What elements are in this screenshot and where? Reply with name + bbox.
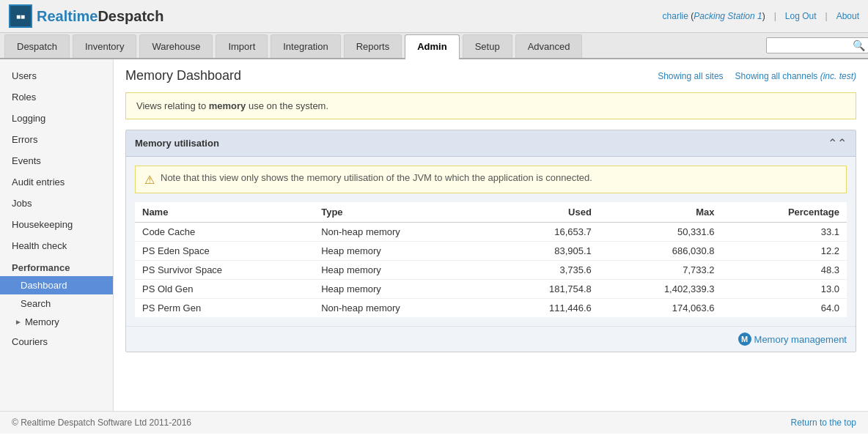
memory-utilisation-section: Memory utilisation ⌃⌃ ⚠ Note that this v… (125, 130, 856, 352)
logo-icon: ■■ (9, 4, 32, 28)
cell-name: PS Eden Space (135, 242, 314, 261)
sidebar-sub-item-search[interactable]: Search (0, 294, 113, 313)
cell-type: Non-heap memory (314, 299, 490, 318)
sidebar-memory-item[interactable]: ► Memory (0, 313, 113, 331)
footer: © Realtime Despatch Software Ltd 2011-20… (0, 411, 868, 434)
sidebar-sub-item-dashboard[interactable]: Dashboard (0, 276, 113, 294)
cell-type: Heap memory (314, 242, 490, 261)
content-header-links: Showing all sites Showing all channels (… (658, 71, 856, 81)
col-header-type: Type (314, 202, 490, 223)
nav-tab-reports[interactable]: Reports (344, 34, 402, 58)
col-header-max: Max (599, 202, 722, 223)
showing-channels-link[interactable]: Showing all channels (inc. test) (735, 71, 856, 81)
sidebar-item-users[interactable]: Users (0, 65, 113, 86)
header-right: charlie (Packing Station 1) | Log Out | … (663, 11, 859, 21)
cell-used: 181,754.8 (491, 280, 599, 299)
cell-name: PS Survivor Space (135, 261, 314, 280)
nav-tab-advanced[interactable]: Advanced (515, 34, 583, 58)
content: Memory Dashboard Showing all sites Showi… (114, 59, 868, 411)
col-header-name: Name (135, 202, 314, 223)
table-row: Code Cache Non-heap memory 16,653.7 50,3… (135, 223, 847, 242)
memory-table-body: Code Cache Non-heap memory 16,653.7 50,3… (135, 223, 847, 318)
nav-tab-warehouse[interactable]: Warehouse (139, 34, 213, 58)
section-title: Memory utilisation (135, 138, 219, 149)
sidebar-item-jobs[interactable]: Jobs (0, 193, 113, 214)
about-link[interactable]: About (836, 11, 859, 21)
logo-despatch: Despatch (98, 8, 163, 24)
col-header-percentage: Percentage (722, 202, 847, 223)
logo: ■■ RealtimeDespatch (9, 4, 163, 28)
cell-max: 50,331.6 (599, 223, 722, 242)
cell-used: 83,905.1 (491, 242, 599, 261)
table-row: PS Survivor Space Heap memory 3,735.6 7,… (135, 261, 847, 280)
cell-used: 3,735.6 (491, 261, 599, 280)
table-row: PS Perm Gen Non-heap memory 111,446.6 17… (135, 299, 847, 318)
cell-name: PS Perm Gen (135, 299, 314, 318)
cell-used: 111,446.6 (491, 299, 599, 318)
memory-management-label: Memory management (754, 334, 847, 345)
cell-max: 7,733.2 (599, 261, 722, 280)
cell-name: Code Cache (135, 223, 314, 242)
sidebar-item-roles[interactable]: Roles (0, 86, 113, 108)
sidebar-item-audit-entries[interactable]: Audit entries (0, 171, 113, 193)
sidebar-group-performance: Performance (0, 256, 113, 276)
sidebar: Users Roles Logging Errors Events Audit … (0, 59, 114, 411)
return-to-top-link[interactable]: Return to the top (791, 417, 856, 428)
info-text-prefix: Views relating to (136, 100, 209, 111)
nav-search: 🔍 (766, 37, 865, 53)
header: ■■ RealtimeDespatch charlie (Packing Sta… (0, 0, 868, 33)
nav-tab-setup[interactable]: Setup (463, 34, 512, 58)
cell-max: 686,030.8 (599, 242, 722, 261)
nav-tab-despatch[interactable]: Despatch (4, 34, 70, 58)
cell-name: PS Old Gen (135, 280, 314, 299)
copyright: © Realtime Despatch Software Ltd 2011-20… (12, 417, 191, 428)
col-header-used: Used (491, 202, 599, 223)
sidebar-item-events[interactable]: Events (0, 150, 113, 171)
sidebar-item-logging[interactable]: Logging (0, 108, 113, 129)
info-text-suffix: use on the system. (246, 100, 328, 111)
memory-icon: M (738, 333, 751, 346)
cell-used: 16,653.7 (491, 223, 599, 242)
section-body: ⚠ Note that this view only shows the mem… (126, 157, 856, 326)
table-row: PS Eden Space Heap memory 83,905.1 686,0… (135, 242, 847, 261)
cell-max: 174,063.6 (599, 299, 722, 318)
section-header: Memory utilisation ⌃⌃ (126, 130, 856, 157)
search-icon-button[interactable]: 🔍 (853, 40, 865, 51)
table-row: PS Old Gen Heap memory 181,754.8 1,402,3… (135, 280, 847, 299)
memory-table: Name Type Used Max Percentage Code Cache… (135, 202, 847, 317)
nav-tab-integration[interactable]: Integration (271, 34, 340, 58)
packing-station-link[interactable]: Packing Station 1 (694, 11, 762, 21)
warning-text: Note that this view only shows the memor… (161, 172, 592, 183)
logo-text: RealtimeDespatch (37, 8, 163, 25)
nav-tab-admin[interactable]: Admin (405, 34, 459, 59)
cell-type: Non-heap memory (314, 223, 490, 242)
logout-link[interactable]: Log Out (785, 11, 817, 21)
cell-percentage: 48.3 (722, 261, 847, 280)
sidebar-item-couriers[interactable]: Couriers (0, 331, 113, 352)
cell-max: 1,402,339.3 (599, 280, 722, 299)
sidebar-item-errors[interactable]: Errors (0, 129, 113, 150)
user-name-link[interactable]: charlie (663, 11, 688, 21)
user-info: charlie (Packing Station 1) (663, 11, 765, 21)
nav: Despatch Inventory Warehouse Import Inte… (0, 33, 868, 59)
page-title: Memory Dashboard (125, 68, 241, 83)
section-footer: M Memory management (126, 326, 856, 352)
main-layout: Users Roles Logging Errors Events Audit … (0, 59, 868, 411)
nav-tab-import[interactable]: Import (216, 34, 268, 58)
memory-arrow-icon: ► (15, 318, 22, 326)
showing-sites-link[interactable]: Showing all sites (658, 71, 723, 81)
sidebar-item-housekeeping[interactable]: Housekeeping (0, 214, 113, 235)
sidebar-memory-label: Memory (25, 316, 59, 327)
logo-realtime: Realtime (37, 8, 98, 24)
memory-management-link[interactable]: M Memory management (738, 333, 847, 346)
collapse-button[interactable]: ⌃⌃ (828, 136, 847, 150)
warning-icon: ⚠ (144, 173, 155, 187)
cell-percentage: 12.2 (722, 242, 847, 261)
nav-tab-inventory[interactable]: Inventory (73, 34, 136, 58)
cell-type: Heap memory (314, 280, 490, 299)
warning-box: ⚠ Note that this view only shows the mem… (135, 166, 847, 193)
content-header: Memory Dashboard Showing all sites Showi… (125, 68, 856, 83)
cell-type: Heap memory (314, 261, 490, 280)
info-text-bold: memory (209, 100, 246, 111)
sidebar-item-health-check[interactable]: Health check (0, 235, 113, 256)
